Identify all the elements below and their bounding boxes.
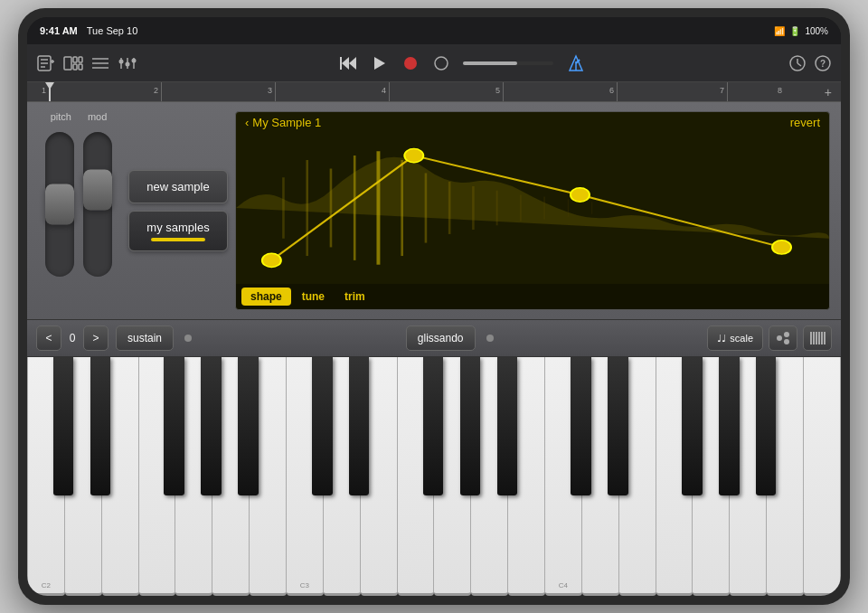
trim-tab[interactable]: trim [335, 288, 374, 306]
back-arrow-icon[interactable]: ‹ [245, 116, 249, 129]
svg-point-19 [132, 58, 137, 62]
svg-rect-59 [818, 332, 820, 344]
toolbar-left [36, 54, 137, 72]
clock-icon [788, 54, 807, 72]
sample-name: My Sample 1 [252, 116, 321, 129]
tune-tab[interactable]: tune [293, 288, 334, 306]
pitch-slider[interactable] [45, 132, 74, 277]
chord-button[interactable] [769, 325, 797, 351]
waveform-svg [236, 134, 829, 282]
svg-rect-58 [816, 332, 817, 344]
svg-rect-60 [821, 332, 823, 344]
loop-icon [432, 55, 450, 71]
glissando-button[interactable]: glissando [406, 325, 476, 351]
play-icon [371, 55, 389, 71]
mod-label: mod [88, 111, 107, 122]
svg-point-54 [784, 332, 789, 337]
wifi-icon: 📶 [774, 26, 785, 36]
svg-point-51 [571, 188, 590, 202]
sample-btn-bar [151, 238, 205, 241]
mod-slider[interactable] [83, 132, 112, 277]
new-track-button[interactable] [36, 54, 56, 72]
ruler-mark-8: 8 [778, 86, 782, 95]
ruler-mark-6: 6 [609, 86, 614, 95]
help-button[interactable]: ? [814, 54, 832, 72]
new-track-icon [36, 54, 56, 72]
metronome-button[interactable] [566, 54, 586, 72]
black-key-Ds3[interactable] [349, 357, 370, 495]
timeline: 1 2 3 4 5 6 7 8 + [27, 82, 841, 102]
black-key-As2[interactable] [238, 357, 259, 495]
tracks-list-button[interactable] [90, 54, 110, 72]
white-key-C5[interactable] [804, 357, 841, 596]
glissando-indicator [486, 335, 494, 342]
rewind-icon [340, 55, 358, 71]
svg-point-17 [126, 61, 130, 66]
ctrl-right: ♩♩ scale [707, 325, 832, 351]
revert-button[interactable]: revert [790, 116, 820, 129]
svg-rect-6 [64, 57, 71, 70]
black-key-Ds2[interactable] [90, 357, 111, 495]
octave-nav: < 0 > [36, 325, 108, 351]
svg-rect-10 [79, 64, 82, 70]
view-toggle-button[interactable] [63, 54, 83, 72]
record-button[interactable] [401, 55, 420, 71]
svg-rect-56 [810, 332, 812, 344]
scale-button[interactable]: ♩♩ scale [707, 325, 763, 351]
octave-value: 0 [63, 332, 81, 344]
instrument-panel: pitch mod new sample [27, 102, 841, 319]
ruler-mark-7: 7 [720, 86, 724, 95]
black-key-Cs3[interactable] [312, 357, 333, 495]
svg-marker-23 [374, 57, 385, 70]
shape-tab[interactable]: shape [241, 288, 291, 306]
black-key-Ds4[interactable] [608, 357, 628, 495]
key-label-C3: C3 [300, 581, 309, 589]
ruler-mark-5: 5 [495, 86, 500, 95]
piano-area: C2C3C4 [27, 357, 841, 596]
tempo-slider[interactable] [463, 61, 553, 65]
black-key-As3[interactable] [497, 357, 518, 495]
keyboard-layout-button[interactable] [803, 325, 832, 351]
black-key-Gs4[interactable] [719, 357, 740, 495]
key-label-C4: C4 [559, 581, 568, 589]
ruler-mark-3: 3 [268, 86, 272, 95]
black-key-Fs3[interactable] [423, 357, 444, 495]
sustain-button[interactable]: sustain [116, 325, 174, 351]
black-key-Cs2[interactable] [53, 357, 74, 495]
svg-marker-21 [349, 57, 356, 70]
add-track-button[interactable]: + [825, 85, 832, 99]
black-key-Gs3[interactable] [460, 357, 481, 495]
sample-panel: new sample my samples ‹ My Sample 1 [128, 111, 830, 310]
waveform-header: ‹ My Sample 1 revert [236, 112, 829, 133]
sample-buttons: new sample my samples [128, 111, 228, 310]
black-key-Gs2[interactable] [201, 357, 222, 495]
my-samples-button[interactable]: my samples [128, 211, 228, 251]
octave-down-button[interactable]: < [36, 325, 61, 351]
svg-line-31 [797, 63, 801, 66]
status-bar: 9:41 AM Tue Sep 10 📶 🔋 100% [27, 17, 841, 44]
svg-point-24 [404, 57, 417, 70]
help-icon: ? [814, 54, 832, 72]
mixer-button[interactable] [118, 54, 137, 72]
black-key-Cs4[interactable] [571, 357, 591, 495]
black-key-As4[interactable] [756, 357, 777, 495]
clock-button[interactable] [788, 54, 807, 72]
black-key-Fs4[interactable] [682, 357, 703, 495]
black-key-Fs2[interactable] [164, 357, 184, 495]
octave-up-button[interactable]: > [83, 325, 108, 351]
rewind-button[interactable] [340, 55, 358, 71]
status-date: Tue Sep 10 [87, 25, 137, 36]
loop-button[interactable] [432, 55, 450, 71]
svg-point-55 [784, 339, 789, 344]
svg-text:?: ? [820, 59, 826, 69]
my-samples-label: my samples [146, 221, 209, 234]
mod-thumb [83, 170, 112, 211]
mixer-icon [118, 54, 137, 72]
status-icons: 📶 🔋 100% [774, 26, 828, 36]
battery-percent: 100% [805, 26, 828, 36]
waveform-title: ‹ My Sample 1 [245, 116, 321, 129]
play-button[interactable] [371, 55, 389, 71]
sliders-row [45, 127, 112, 281]
metronome-icon [566, 54, 586, 72]
new-sample-button[interactable]: new sample [128, 170, 228, 203]
